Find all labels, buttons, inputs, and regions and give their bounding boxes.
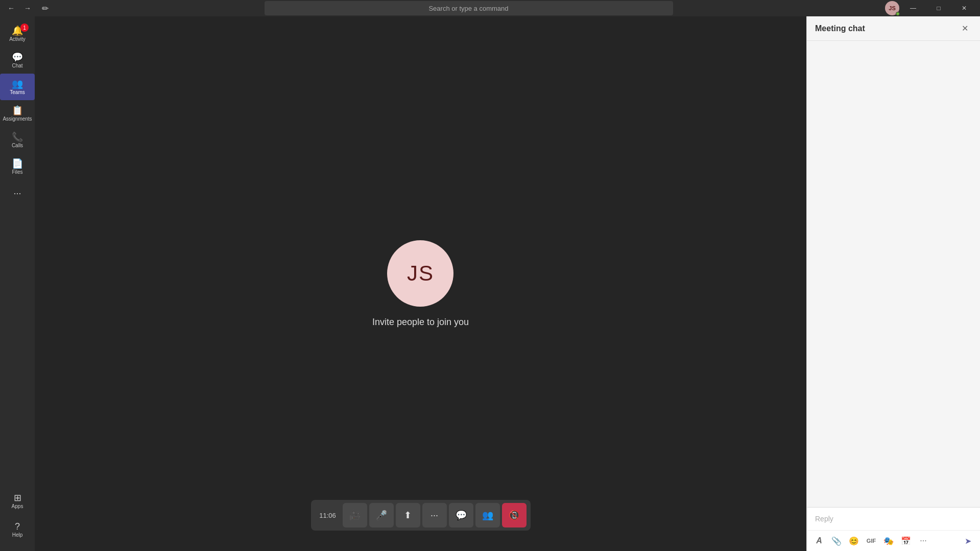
title-bar-right: JS — □ ✕ — [885, 0, 976, 16]
search-input[interactable] — [265, 1, 673, 15]
sidebar-item-files[interactable]: 📄 Files — [0, 153, 35, 180]
help-icon: ? — [15, 522, 20, 531]
back-button[interactable]: ← — [4, 1, 18, 15]
mic-button[interactable]: 🎤 — [369, 503, 394, 527]
sticker-button[interactable]: 🎭 — [880, 533, 897, 549]
sidebar-item-apps[interactable]: ⊞ Apps — [0, 488, 35, 514]
maximize-button[interactable]: □ — [927, 0, 950, 16]
participant-avatar: JS — [387, 240, 453, 307]
close-button[interactable]: ✕ — [952, 0, 976, 16]
compose-button[interactable]: ✏ — [38, 1, 52, 15]
chat-toolbar: A 📎 😊 GIF 🎭 📅 ··· — [807, 530, 980, 551]
chat-button[interactable]: 💬 — [449, 503, 473, 527]
chat-header: Meeting chat ✕ — [807, 16, 980, 41]
invite-text: Invite people to join you — [372, 317, 469, 328]
sidebar-item-calls[interactable]: 📞 Calls — [0, 127, 35, 153]
meeting-area: JS Invite people to join you — [372, 240, 469, 328]
chat-panel: Meeting chat ✕ A 📎 😊 GIF — [806, 16, 980, 551]
assignments-icon: 📋 — [12, 106, 23, 115]
reply-input[interactable] — [807, 508, 980, 530]
presence-indicator — [896, 12, 900, 16]
sidebar-item-assignments[interactable]: 📋 Assignments — [0, 100, 35, 127]
gif-icon: GIF — [867, 538, 876, 544]
main-layout: 1 🔔 Activity 💬 Chat 👥 Teams 📋 Assignment… — [0, 16, 980, 551]
share-button[interactable]: ⬆ — [396, 503, 420, 527]
minimize-button[interactable]: — — [901, 0, 925, 16]
chat-icon: 💬 — [12, 53, 23, 62]
sidebar-item-teams[interactable]: 👥 Teams — [0, 74, 35, 100]
share-icon: ⬆ — [404, 510, 412, 521]
forward-button[interactable]: → — [20, 1, 35, 15]
chat-messages-area[interactable] — [807, 41, 980, 507]
teams-icon: 👥 — [12, 79, 23, 88]
mic-icon: 🎤 — [376, 510, 387, 521]
emoji-button[interactable]: 😊 — [846, 533, 862, 549]
sidebar-item-more[interactable]: ··· — [0, 180, 35, 206]
nav-buttons: ← → — [4, 1, 35, 15]
participants-icon: 👥 — [482, 510, 493, 521]
meet-now-icon: 📅 — [901, 536, 911, 546]
send-button[interactable]: ➤ — [960, 533, 976, 549]
format-button[interactable]: A — [811, 533, 827, 549]
sidebar-item-help[interactable]: ? Help — [0, 516, 35, 543]
sticker-icon: 🎭 — [883, 536, 894, 546]
chat-title: Meeting chat — [815, 24, 865, 33]
format-icon: A — [816, 536, 822, 545]
participants-button[interactable]: 👥 — [475, 503, 500, 527]
sidebar: 1 🔔 Activity 💬 Chat 👥 Teams 📋 Assignment… — [0, 16, 35, 551]
chat-control-icon: 💬 — [456, 510, 467, 521]
title-bar-left: ← → ✏ — [4, 1, 52, 15]
meeting-timer: 11:06 — [315, 512, 341, 519]
sidebar-bottom: ⊞ Apps ? Help — [0, 488, 35, 547]
more-button[interactable]: ··· — [422, 503, 447, 527]
emoji-icon: 😊 — [849, 536, 859, 546]
sidebar-item-activity[interactable]: 1 🔔 Activity — [0, 20, 35, 47]
activity-badge: 1 — [20, 24, 29, 32]
more-icon: ··· — [431, 510, 438, 521]
meet-now-button[interactable]: 📅 — [898, 533, 914, 549]
camera-icon: 🎥 — [349, 510, 361, 521]
apps-icon: ⊞ — [14, 493, 21, 502]
chat-close-button[interactable]: ✕ — [958, 21, 972, 36]
more-icon: ··· — [13, 189, 21, 198]
end-call-button[interactable]: 📵 — [502, 503, 527, 527]
title-bar: ← → ✏ JS — □ ✕ — [0, 0, 980, 16]
gif-button[interactable]: GIF — [863, 533, 879, 549]
files-icon: 📄 — [12, 159, 23, 168]
attach-button[interactable]: 📎 — [828, 533, 845, 549]
send-icon: ➤ — [965, 536, 971, 546]
close-icon: ✕ — [962, 24, 968, 33]
calls-icon: 📞 — [12, 132, 23, 142]
meeting-content-area: JS Invite people to join you 11:06 🎥 🎤 ⬆… — [35, 16, 806, 551]
sidebar-item-chat[interactable]: 💬 Chat — [0, 47, 35, 74]
end-call-icon: 📵 — [509, 510, 520, 521]
user-avatar[interactable]: JS — [885, 1, 899, 15]
meeting-controls: 11:06 🎥 🎤 ⬆ ··· 💬 👥 📵 — [311, 500, 531, 531]
attach-icon: 📎 — [831, 536, 842, 546]
more-toolbar-button[interactable]: ··· — [915, 533, 931, 549]
chat-input-area: A 📎 😊 GIF 🎭 📅 ··· — [807, 507, 980, 551]
camera-button[interactable]: 🎥 — [343, 503, 367, 527]
more-toolbar-icon: ··· — [920, 536, 926, 545]
